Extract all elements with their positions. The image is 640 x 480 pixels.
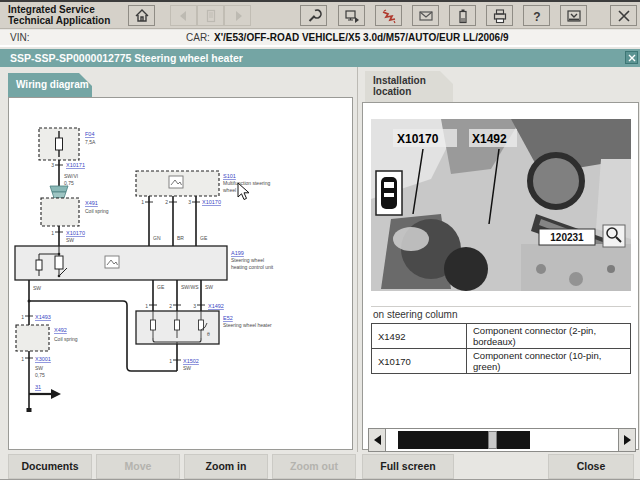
scroll-right-icon[interactable] — [618, 428, 636, 452]
table-row[interactable]: X1492 Component connector (2-pin, bordea… — [372, 324, 631, 349]
coil1-out-link[interactable]: X10170 — [66, 230, 85, 236]
tab-installation-line2: location — [373, 86, 453, 97]
pin-number: 1 — [21, 314, 24, 320]
out-connector-link[interactable]: X1492 — [208, 303, 224, 309]
scrollbar-track[interactable] — [386, 428, 618, 452]
full-screen-button[interactable]: Full screen — [362, 454, 454, 479]
car-position-icon — [376, 171, 402, 215]
svg-text:?: ? — [533, 9, 540, 23]
image-number-box: 120231 — [539, 229, 595, 245]
pin-number: 2 — [169, 303, 172, 309]
move-button[interactable]: Move — [96, 454, 180, 479]
scroll-left-icon[interactable] — [368, 428, 386, 452]
pin-number: 1 — [141, 199, 144, 205]
pin-number: 3 — [51, 162, 54, 168]
pin-number: 3 — [188, 199, 191, 205]
document-close-icon[interactable] — [625, 51, 638, 64]
ground-symbol — [51, 389, 61, 399]
magnifier-icon[interactable] — [603, 225, 625, 247]
document-icon[interactable] — [197, 5, 224, 26]
tab-wiring-diagram[interactable]: Wiring diagram — [8, 73, 92, 98]
ground-link[interactable]: 31 — [35, 384, 41, 390]
pin-number: 1 — [145, 303, 148, 309]
scrollbar-thumb[interactable] — [488, 431, 497, 449]
pin-number: 3 — [193, 303, 196, 309]
control-unit-box[interactable] — [15, 246, 227, 280]
mfl-out-link[interactable]: X10170 — [202, 199, 221, 205]
heater-out-color: SW — [183, 365, 191, 371]
close-icon[interactable] — [610, 5, 637, 26]
heater-out-link[interactable]: X1502 — [183, 358, 199, 364]
wire-top-color: SW/VI — [64, 173, 78, 179]
connector-desc: Component connector (10-pin, green) — [467, 349, 631, 374]
coil2-link[interactable]: X492 — [54, 327, 67, 333]
control-unit-link[interactable]: A199 — [231, 250, 244, 256]
app-title: Integrated Service Technical Application — [8, 4, 110, 26]
control-unit-name2: heating control unit — [231, 264, 274, 270]
photo-label-x1492: X1492 — [472, 132, 507, 146]
home-icon[interactable] — [128, 5, 155, 26]
out-wire1: GE — [157, 284, 165, 290]
out-wire2: SW/WS — [181, 284, 199, 290]
documents-button[interactable]: Documents — [8, 454, 92, 479]
coil2-out-link[interactable]: X3001 — [35, 356, 51, 362]
connection-broken-icon[interactable] — [375, 5, 402, 26]
zoom-in-button[interactable]: Zoom in — [184, 454, 268, 479]
connector-table: X1492 Component connector (2-pin, bordea… — [371, 323, 631, 374]
print-icon[interactable] — [486, 5, 513, 26]
tab-installation-location[interactable]: Installation location — [365, 71, 453, 102]
forward-icon[interactable] — [224, 5, 251, 26]
ista-window: Integrated Service Technical Application — [0, 0, 640, 480]
vin-label: VIN: — [10, 32, 29, 43]
mfl-link[interactable]: S101 — [223, 173, 236, 179]
table-row[interactable]: X10170 Component connector (10-pin, gree… — [372, 349, 631, 374]
connector-symbol — [50, 186, 68, 198]
ground-connector-link[interactable]: X1493 — [35, 314, 51, 320]
ground-wire-color: SW — [35, 365, 43, 371]
mfl-wire1: GN — [153, 235, 161, 241]
heater-link[interactable]: E52 — [223, 315, 233, 321]
control-unit-name1: Steering wheel — [231, 257, 264, 263]
fuse-link[interactable]: F04 — [85, 131, 94, 137]
mfl-name1: Multifunction steering — [223, 180, 270, 186]
installation-photo[interactable]: X10170 X1492 120231 — [371, 119, 631, 291]
coil1-link[interactable]: X491 — [85, 200, 98, 206]
help-icon[interactable]: ? — [523, 5, 550, 26]
wiring-diagram: F04 X10171 X491 X10170 S101 X10170 A199 … — [9, 98, 352, 449]
pin-number: 1 — [21, 356, 24, 362]
scrollbar-range — [398, 431, 530, 449]
back-icon[interactable] — [170, 5, 197, 26]
connector-top-link[interactable]: X10171 — [66, 162, 85, 168]
wiring-diagram-panel[interactable]: F04 X10171 X491 X10170 S101 X10170 A199 … — [8, 97, 353, 450]
connector-name[interactable]: X1492 — [372, 324, 467, 349]
close-button[interactable]: Close — [548, 454, 634, 479]
coil1-name: Coil spring — [85, 208, 109, 214]
photo-label-x10170: X10170 — [397, 132, 439, 146]
document-title-bar: SSP-SSP-SP0000012775 Steering wheel heat… — [0, 49, 640, 67]
horizontal-scrollbar[interactable] — [368, 428, 636, 452]
dock-window-icon[interactable] — [560, 5, 587, 26]
battery-icon[interactable] — [449, 5, 476, 26]
coil-spring-box-1[interactable] — [41, 198, 79, 226]
workshop-system-icon[interactable] — [338, 5, 365, 26]
caption-divider — [371, 306, 631, 307]
photo-caption: on steering column — [373, 309, 458, 320]
wire-top-gauge: 0,75 — [64, 180, 74, 186]
pin-number: 1 — [51, 230, 54, 236]
left-wire-color: SW — [33, 285, 41, 291]
panel-divider — [357, 67, 358, 452]
mail-icon[interactable] — [412, 5, 439, 26]
installation-location-panel: X10170 X1492 120231 — [362, 102, 639, 450]
heater-temp-symbol: θ — [207, 331, 210, 337]
car-value: X'/E53/OFF-ROAD VEHICLE/X5 3.0d/M57/AUTO… — [214, 32, 509, 43]
zoom-out-button[interactable]: Zoom out — [272, 454, 356, 479]
coil1-out-color: SW — [66, 237, 74, 243]
pin-number: 2 — [165, 199, 168, 205]
coil2-name: Coil spring — [54, 336, 78, 342]
pin-number: 1 — [169, 358, 172, 364]
coil-spring-box-2[interactable] — [16, 325, 49, 351]
connector-name[interactable]: X10170 — [372, 349, 467, 374]
connector-desc: Component connector (2-pin, bordeaux) — [467, 324, 631, 349]
document-title: SSP-SSP-SP0000012775 Steering wheel heat… — [10, 52, 243, 64]
wrench-icon[interactable] — [300, 5, 327, 26]
